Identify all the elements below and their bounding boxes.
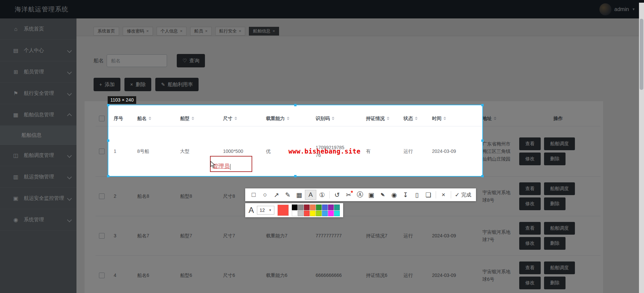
selection-handle[interactable] xyxy=(294,175,297,177)
ship-name-input[interactable] xyxy=(107,54,167,67)
view-button[interactable]: 查看 xyxy=(519,261,541,274)
color-swatch[interactable] xyxy=(292,204,298,210)
rect-tool-icon[interactable]: □ xyxy=(248,190,259,200)
query-button[interactable]: ♡ 查询 xyxy=(177,54,205,67)
close-icon[interactable]: × xyxy=(180,27,183,35)
selection-handle[interactable] xyxy=(294,104,297,106)
arrow-tool-icon[interactable]: ↗ xyxy=(271,190,282,200)
row-checkbox[interactable] xyxy=(99,233,105,239)
text-recognition-icon[interactable]: Ⓐ xyxy=(354,190,366,200)
pin-icon[interactable]: ✒ xyxy=(377,190,388,200)
ship-dispatch-button[interactable]: 船舶调度 xyxy=(544,261,575,274)
color-swatch[interactable] xyxy=(298,204,304,210)
view-button[interactable]: 查看 xyxy=(519,137,541,150)
color-swatch[interactable] xyxy=(328,211,334,216)
row-checkbox[interactable] xyxy=(99,149,105,154)
text-tool-icon[interactable]: A xyxy=(305,190,316,200)
tab-home[interactable]: 系统首页 xyxy=(94,27,119,36)
mosaic-tool-icon[interactable]: ▦ xyxy=(293,190,305,200)
screen-cut-icon[interactable]: ✂ xyxy=(343,190,354,200)
current-color-swatch[interactable] xyxy=(277,204,289,216)
pen-tool-icon[interactable]: ✎ xyxy=(282,190,293,200)
color-swatch[interactable] xyxy=(334,204,340,210)
close-icon[interactable]: × xyxy=(205,27,208,35)
ship-dispatch-button[interactable]: 船舶调度 xyxy=(544,182,575,195)
bookmark-icon[interactable]: ❏ xyxy=(423,190,434,200)
done-button[interactable]: ✓ 完成 xyxy=(453,191,473,198)
mobile-icon[interactable]: ▯ xyxy=(411,190,423,200)
sidebar-subitem-ship-info[interactable]: 船舶信息 xyxy=(0,126,76,145)
tab-personal-info[interactable]: 个人信息 × xyxy=(157,27,187,36)
ship-utilization-button[interactable]: ✎ 船舶利用率 xyxy=(155,78,199,91)
sort-icon[interactable] xyxy=(234,115,237,121)
text-annotation[interactable]: 管理员 xyxy=(210,156,252,172)
ship-dispatch-button[interactable]: 船舶调度 xyxy=(544,222,575,235)
sort-icon[interactable] xyxy=(332,115,334,121)
avatar[interactable] xyxy=(599,3,611,15)
tab-crew[interactable]: 船员 × xyxy=(190,27,212,36)
sidebar-item-crew-management[interactable]: ⊞ 船员管理 xyxy=(0,61,76,83)
selection-handle[interactable] xyxy=(481,104,484,106)
row-checkbox[interactable] xyxy=(99,273,105,278)
color-swatch[interactable] xyxy=(310,211,316,216)
edit-button[interactable]: 修改 xyxy=(519,277,541,289)
close-icon[interactable]: × xyxy=(239,27,241,35)
sort-icon[interactable] xyxy=(287,115,289,121)
record-icon[interactable]: ◉ xyxy=(388,190,400,200)
view-button[interactable]: 查看 xyxy=(519,182,541,195)
step-number-tool-icon[interactable]: ① xyxy=(316,190,328,200)
sidebar-item-system-management[interactable]: ◉ 系统管理 xyxy=(0,209,76,231)
undo-icon[interactable]: ↺ xyxy=(331,190,343,200)
scrollbar-thumb[interactable] xyxy=(640,19,643,90)
color-swatch[interactable] xyxy=(322,211,328,216)
color-swatch[interactable] xyxy=(298,211,304,216)
selection-handle[interactable] xyxy=(481,175,484,177)
sort-icon[interactable] xyxy=(443,115,446,121)
sidebar-item-ship-info-management[interactable]: ▦ 船舶信息管理 xyxy=(0,104,76,126)
selection-handle[interactable] xyxy=(107,139,109,142)
close-icon[interactable]: × xyxy=(272,27,275,35)
delete-row-button[interactable]: 删除 xyxy=(544,153,566,165)
sidebar-item-ship-dispatch[interactable]: ◫ 船舶调度管理 xyxy=(0,145,76,166)
row-checkbox[interactable] xyxy=(99,193,105,199)
ship-dispatch-button[interactable]: 船舶调度 xyxy=(544,137,575,150)
sort-icon[interactable] xyxy=(494,115,496,121)
sort-icon[interactable] xyxy=(192,115,194,121)
sort-icon[interactable] xyxy=(387,115,389,121)
sort-icon[interactable] xyxy=(415,115,418,121)
edit-button[interactable]: 修改 xyxy=(519,237,541,250)
ellipse-tool-icon[interactable]: ○ xyxy=(259,190,271,200)
selection-handle[interactable] xyxy=(107,104,109,106)
color-swatch[interactable] xyxy=(304,204,310,210)
close-icon[interactable]: × xyxy=(438,190,449,200)
add-button[interactable]: + 添加 xyxy=(94,78,120,91)
edit-button[interactable]: 修改 xyxy=(519,197,541,210)
color-swatch[interactable] xyxy=(310,204,316,210)
tab-change-password[interactable]: 修改密码 × xyxy=(123,27,153,36)
color-swatch[interactable] xyxy=(322,204,328,210)
save-icon[interactable]: ↧ xyxy=(400,190,411,200)
color-swatch[interactable] xyxy=(316,204,322,210)
select-all-checkbox[interactable] xyxy=(99,116,105,121)
color-swatch[interactable] xyxy=(316,211,322,216)
color-swatch[interactable] xyxy=(304,211,310,216)
color-swatch[interactable] xyxy=(334,211,340,216)
tab-navigation-safety[interactable]: 航行安全 × xyxy=(215,27,246,36)
font-size-select[interactable]: 12 ▼ xyxy=(257,206,274,215)
sidebar-item-navigation-safety[interactable]: ⚑ 航行安全管理 xyxy=(0,83,76,104)
selection-handle[interactable] xyxy=(107,175,109,177)
delete-button[interactable]: × 删除 xyxy=(124,78,151,91)
delete-row-button[interactable]: 删除 xyxy=(544,237,566,250)
delete-row-button[interactable]: 删除 xyxy=(544,277,566,289)
sort-icon[interactable] xyxy=(149,115,151,121)
color-swatch[interactable] xyxy=(292,211,298,216)
fullscreen-icon[interactable]: ▣ xyxy=(366,190,377,200)
tab-ship-info[interactable]: 船舶信息 × xyxy=(249,27,279,36)
view-button[interactable]: 查看 xyxy=(519,222,541,235)
sidebar-item-personal-center[interactable]: ▤ 个人中心 xyxy=(0,40,76,61)
sidebar-item-cargo-management[interactable]: ▥ 航运货物管理 xyxy=(0,166,76,188)
color-swatch[interactable] xyxy=(328,204,334,210)
edit-button[interactable]: 修改 xyxy=(519,153,541,165)
scrollbar[interactable] xyxy=(639,3,644,293)
sidebar-item-safety-monitoring[interactable]: ▣ 航运安全监控管理 xyxy=(0,188,76,209)
